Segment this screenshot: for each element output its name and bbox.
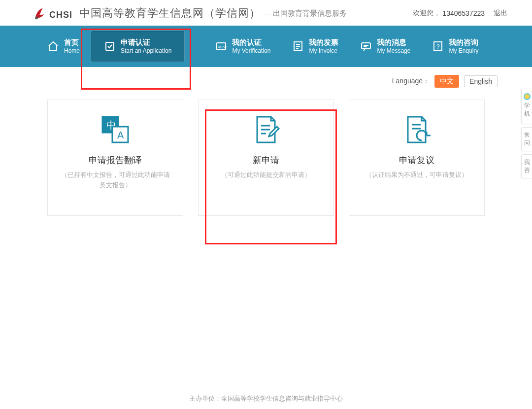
nav-label-en: Start an Application bbox=[121, 47, 171, 55]
side-tab-text: 学 bbox=[524, 102, 530, 110]
invoice-icon bbox=[292, 40, 304, 52]
nav-label-cn: 我的咨询 bbox=[449, 38, 478, 47]
home-icon bbox=[47, 40, 59, 52]
logo-text: CHSI bbox=[49, 10, 72, 20]
site-subtitle: — 出国教育背景信息服务 bbox=[264, 9, 347, 18]
card-desc: （认证结果为不通过，可申请复议） bbox=[355, 170, 479, 180]
side-tab-text: 咨 bbox=[524, 167, 530, 173]
nav-my-message[interactable]: 我的消息 My Message bbox=[349, 33, 421, 60]
svg-text:Mine: Mine bbox=[218, 45, 227, 49]
side-tab-org[interactable]: 学 机 bbox=[521, 89, 532, 124]
welcome-label: 欢迎您， bbox=[413, 9, 440, 18]
svg-text:A: A bbox=[117, 130, 124, 140]
side-tab-text: 机 bbox=[524, 110, 530, 118]
language-switch: Language： 中文 English bbox=[0, 67, 532, 100]
avatar-icon bbox=[524, 93, 531, 100]
svg-text:?: ? bbox=[436, 43, 440, 50]
card-desc: （可通过此功能提交新的申请） bbox=[210, 170, 322, 180]
lang-en-button[interactable]: English bbox=[464, 75, 498, 87]
application-cards: 中 A 申请报告翻译 （已持有中文报告，可通过此功能申请英文报告） 新申请 （可… bbox=[0, 100, 532, 216]
side-tab-text: 常 bbox=[524, 132, 530, 138]
message-icon bbox=[360, 40, 372, 52]
nav-home[interactable]: 首页 Home bbox=[36, 33, 91, 60]
svg-point-0 bbox=[35, 16, 38, 19]
nav-my-enquiry[interactable]: ? 我的咨询 My Enquiry bbox=[421, 33, 489, 60]
enquiry-icon: ? bbox=[432, 40, 444, 52]
nav-label-en: Home bbox=[64, 47, 80, 55]
nav-label-en: My Message bbox=[377, 47, 410, 55]
nav-my-invoice[interactable]: 我的发票 My Invoice bbox=[281, 33, 349, 60]
card-new-application[interactable]: 新申请 （可通过此功能提交新的申请） bbox=[198, 100, 334, 216]
checklist-icon bbox=[104, 40, 116, 52]
lang-zh-button[interactable]: 中文 bbox=[434, 75, 459, 88]
header: CHSI 中国高等教育学生信息网（学信网） — 出国教育背景信息服务 欢迎您， … bbox=[0, 0, 532, 26]
logo[interactable]: CHSI bbox=[33, 6, 72, 20]
reconsideration-icon bbox=[401, 114, 432, 145]
card-title: 申请报告翻译 bbox=[89, 154, 142, 166]
card-title: 申请复议 bbox=[399, 154, 434, 166]
translate-icon: 中 A bbox=[100, 114, 131, 145]
verification-icon: Mine bbox=[215, 40, 227, 52]
side-tabs: 学 机 常 问 我 咨 bbox=[521, 89, 532, 178]
footer: 主办单位：全国高等学校学生信息咨询与就业指导中心 bbox=[0, 394, 532, 403]
site-title: 中国高等教育学生信息网（学信网） bbox=[79, 6, 261, 21]
main-nav: 首页 Home 申请认证 Start an Application Mine 我… bbox=[0, 26, 532, 67]
language-label: Language： bbox=[392, 77, 430, 86]
nav-label-en: My Invoice bbox=[309, 47, 338, 55]
card-reconsideration[interactable]: 申请复议 （认证结果为不通过，可申请复议） bbox=[349, 100, 485, 216]
nav-my-verification[interactable]: Mine 我的认证 My Verification bbox=[204, 33, 281, 60]
svg-rect-1 bbox=[106, 42, 114, 50]
nav-label-cn: 我的发票 bbox=[309, 38, 338, 47]
side-tab-consult[interactable]: 我 咨 bbox=[521, 154, 532, 178]
nav-label-cn: 我的消息 bbox=[377, 38, 410, 47]
nav-start-application[interactable]: 申请认证 Start an Application bbox=[91, 31, 185, 62]
side-tab-text: 我 bbox=[524, 159, 530, 166]
card-desc: （已持有中文报告，可通过此功能申请英文报告） bbox=[48, 170, 183, 191]
side-tab-text: 问 bbox=[524, 139, 530, 146]
side-tab-faq[interactable]: 常 问 bbox=[521, 127, 532, 151]
bird-icon bbox=[33, 6, 46, 20]
new-application-icon bbox=[250, 114, 282, 145]
nav-label-en: My Verification bbox=[232, 47, 270, 55]
nav-label-en: My Enquiry bbox=[449, 47, 478, 55]
card-title: 新申请 bbox=[253, 154, 279, 166]
nav-label-cn: 首页 bbox=[64, 38, 80, 47]
nav-label-cn: 申请认证 bbox=[121, 38, 171, 47]
card-translate-report[interactable]: 中 A 申请报告翻译 （已持有中文报告，可通过此功能申请英文报告） bbox=[47, 100, 183, 216]
logout-link[interactable]: 退出 bbox=[494, 9, 507, 18]
footer-org: 主办单位：全国高等学校学生信息咨询与就业指导中心 bbox=[0, 394, 532, 403]
nav-label-cn: 我的认证 bbox=[232, 38, 270, 47]
user-phone: 13406537223 bbox=[442, 9, 485, 17]
header-user-area: 欢迎您， 13406537223 退出 bbox=[413, 9, 507, 18]
